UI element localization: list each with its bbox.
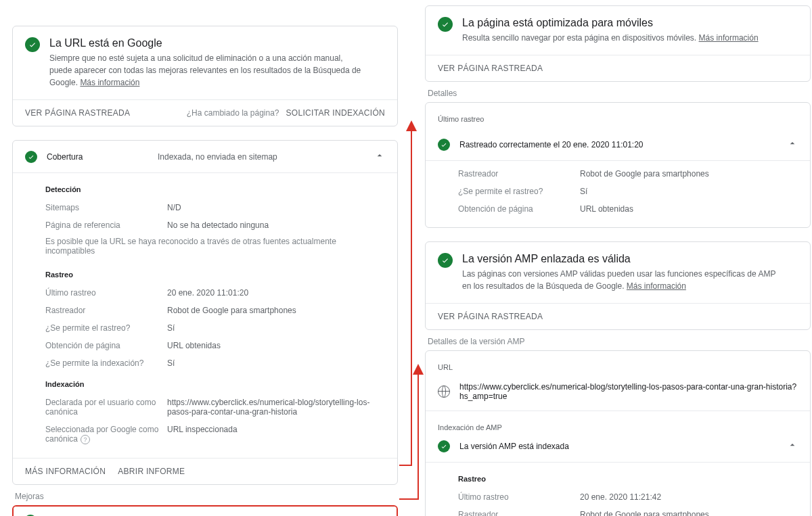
globe-icon — [438, 385, 450, 398]
amp-index-status-row[interactable]: La versión AMP está indexada — [426, 440, 810, 462]
mobile-card-title: La página está optimizada para móviles — [462, 17, 759, 29]
chevron-up-icon — [787, 138, 798, 151]
amp-details-label: Detalles de la versión AMP — [428, 337, 808, 346]
indexing-heading: Indexación — [45, 380, 385, 388]
detection-heading: Detección — [45, 185, 385, 193]
view-crawled-button[interactable]: VER PÁGINA RASTREADA — [438, 312, 543, 321]
more-info-link[interactable]: Más información — [80, 78, 139, 87]
open-report-button[interactable]: ABRIR INFORME — [118, 467, 185, 476]
check-icon — [438, 17, 453, 32]
amp-valid-card: La versión AMP enlazada es válida Las pá… — [425, 241, 811, 330]
info-icon[interactable]: ? — [81, 435, 90, 444]
more-info-link[interactable]: Más información — [627, 281, 686, 291]
coverage-header[interactable]: Cobertura Indexada, no enviada en sitema… — [13, 141, 397, 172]
check-icon — [438, 253, 453, 268]
coverage-card: Cobertura Indexada, no enviada en sitema… — [12, 140, 398, 485]
page-changed-label: ¿Ha cambiado la página? — [187, 108, 279, 118]
view-crawled-button[interactable]: VER PÁGINA RASTREADA — [438, 64, 543, 73]
check-icon — [25, 151, 37, 163]
amp-url-row: https://www.cyberclick.es/numerical-blog… — [426, 379, 810, 411]
amp-details-card: URL https://www.cyberclick.es/numerical-… — [425, 350, 811, 516]
mobile-details-card: Último rastreo Rastreado correctamente e… — [425, 102, 811, 228]
arrow-icon — [398, 364, 425, 506]
request-indexing-button[interactable]: SOLICITAR INDEXACIÓN — [286, 108, 385, 118]
mobile-usability-row[interactable]: Usabilidad móvil La página está optimiza… — [14, 507, 397, 516]
check-icon — [25, 37, 40, 52]
mobile-crawl-status-row[interactable]: Rastreado correctamente el 20 ene. 2020 … — [426, 138, 810, 160]
detection-note: Es posible que la URL se haya reconocido… — [45, 234, 385, 262]
mobile-usability-highlight: Usabilidad móvil La página está optimiza… — [12, 505, 398, 516]
url-status-subtitle: Siempre que no esté sujeta a una solicit… — [49, 52, 367, 89]
arrow-icon — [398, 120, 425, 472]
more-info-link[interactable]: Más información — [699, 33, 759, 43]
amp-card-title: La versión AMP enlazada es válida — [462, 253, 780, 265]
chevron-up-icon — [374, 150, 385, 163]
crawl-heading: Rastreo — [45, 271, 385, 279]
mobile-optimized-card: La página está optimizada para móviles R… — [425, 5, 811, 82]
improvements-label: Mejoras — [15, 492, 395, 501]
details-label: Detalles — [428, 89, 808, 98]
url-status-card: La URL está en Google Siempre que no est… — [12, 26, 398, 126]
more-info-button[interactable]: MÁS INFORMACIÓN — [25, 467, 106, 476]
view-crawled-button[interactable]: VER PÁGINA RASTREADA — [25, 108, 130, 118]
check-icon — [438, 440, 450, 452]
chevron-up-icon — [787, 440, 798, 452]
url-status-title: La URL está en Google — [49, 37, 367, 49]
check-icon — [438, 139, 450, 151]
